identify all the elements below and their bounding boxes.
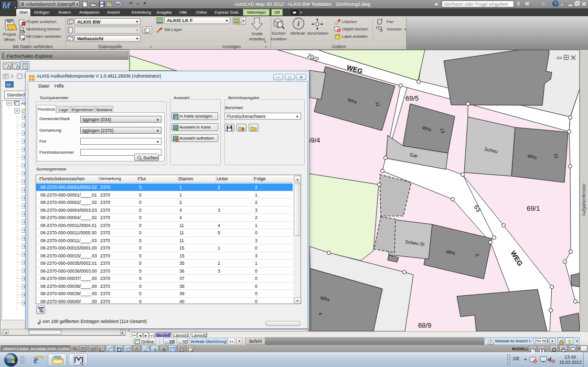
svg-text:15: 15 xyxy=(553,153,559,159)
svg-text:M: M xyxy=(116,2,120,7)
svg-text:i: i xyxy=(297,20,300,28)
svg-text:!: ! xyxy=(490,340,491,345)
svg-text:69/1: 69/1 xyxy=(527,204,540,212)
svg-text:AK: AK xyxy=(6,83,12,87)
svg-text:e: e xyxy=(34,354,38,365)
svg-text:69/5: 69/5 xyxy=(405,94,419,102)
svg-text:68/9: 68/9 xyxy=(418,321,431,329)
